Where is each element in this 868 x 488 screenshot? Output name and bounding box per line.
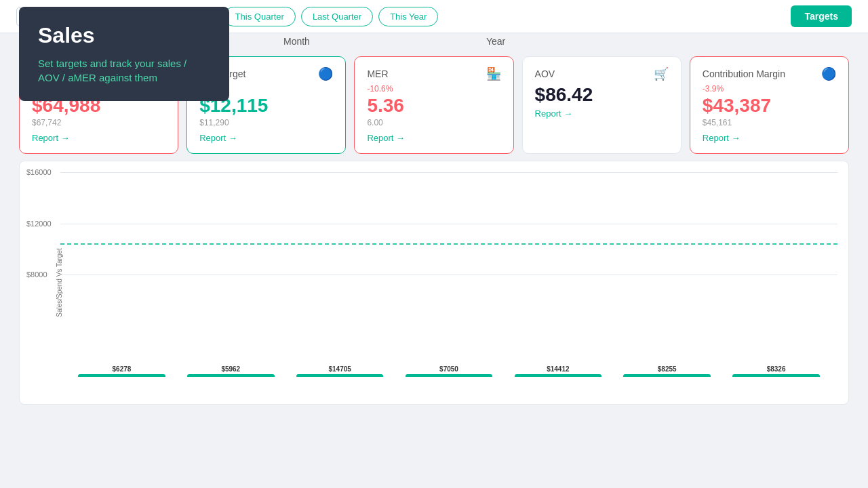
bar-4 xyxy=(515,374,602,377)
bar-3 xyxy=(406,374,493,377)
bar-group-6: $8326 xyxy=(722,365,831,377)
bar-label-top-6: $8326 xyxy=(767,365,786,373)
card-header-2: MER 🏪 xyxy=(367,66,500,81)
card-value-2: 5.36 xyxy=(367,95,500,117)
card-report-1[interactable]: Report → xyxy=(199,133,237,143)
grid-label: $8000 xyxy=(26,270,47,279)
card-sub-4: $45,161 xyxy=(703,118,836,127)
month-label: Month xyxy=(283,36,310,47)
year-label: Year xyxy=(486,36,505,47)
bar-1 xyxy=(187,374,275,377)
bar-2 xyxy=(296,374,384,377)
card-report-3[interactable]: Report → xyxy=(535,108,573,119)
bar-group-5: $8255 xyxy=(612,365,722,377)
bar-0 xyxy=(78,374,165,377)
card-change-4: -3.9% xyxy=(703,84,836,94)
bar-group-2: $14705 xyxy=(285,365,395,377)
bar-group-3: $7050 xyxy=(395,365,504,377)
bar-label-top-0: $6278 xyxy=(113,365,132,373)
card-value-3: $86.42 xyxy=(535,84,669,106)
bar-label-top-4: $14412 xyxy=(547,365,569,373)
bar-label-top-3: $7050 xyxy=(439,365,458,373)
bar-label-top-2: $14705 xyxy=(328,365,351,373)
grid-label: $16000 xyxy=(26,168,52,176)
card-report-4[interactable]: Report → xyxy=(703,133,741,143)
filter-this-year[interactable]: This Year xyxy=(378,7,438,26)
grid-label: $12000 xyxy=(26,220,52,228)
card-icon-2: 🏪 xyxy=(486,66,501,81)
card-sub-1: $11,290 xyxy=(199,118,333,127)
card-report-0[interactable]: Report → xyxy=(32,133,70,143)
card-4: Contribution Margin 🔵 -3.9% $43,387 $45,… xyxy=(690,56,849,154)
filter-this-quarter[interactable]: This Quarter xyxy=(224,7,296,26)
filter-last-quarter[interactable]: Last Quarter xyxy=(301,7,373,26)
bar-group-4: $14412 xyxy=(503,365,612,377)
bar-6 xyxy=(732,374,820,377)
bar-5 xyxy=(623,374,711,377)
tooltip-description: Set targets and track your sales / AOV /… xyxy=(38,56,210,85)
card-icon-4: 🔵 xyxy=(821,66,836,81)
chart-container: Sales/Spend Vs Target $16000 $12000 $800… xyxy=(19,161,849,405)
card-icon-1: 🔵 xyxy=(318,66,333,81)
card-title-2: MER xyxy=(367,68,388,79)
tooltip-title: Sales xyxy=(38,23,210,48)
chart-inner: $16000 $12000 $8000 $6278 $5962 $14705 $… xyxy=(60,172,837,397)
bar-group-0: $6278 xyxy=(67,365,176,377)
card-sub-0: $67,742 xyxy=(32,118,165,127)
card-report-2[interactable]: Report → xyxy=(367,133,405,143)
tooltip-panel: Sales Set targets and track your sales /… xyxy=(19,7,229,101)
target-line xyxy=(60,243,837,245)
targets-button[interactable]: Targets xyxy=(791,5,852,27)
card-title-3: AOV xyxy=(535,68,555,79)
bars-area: $6278 $5962 $14705 $7050 $14412 $8255 $8… xyxy=(60,172,837,377)
card-change-2: -10.6% xyxy=(367,84,500,94)
card-title-4: Contribution Margin xyxy=(703,68,785,79)
card-value-4: $43,387 xyxy=(703,95,836,117)
bar-group-1: $5962 xyxy=(176,365,285,377)
card-sub-2: 6.00 xyxy=(367,118,500,127)
card-icon-3: 🛒 xyxy=(654,66,669,81)
card-header-3: AOV 🛒 xyxy=(535,66,669,81)
card-2: MER 🏪 -10.6% 5.36 6.00 Report → xyxy=(354,56,513,154)
card-header-4: Contribution Margin 🔵 xyxy=(703,66,836,81)
card-3: AOV 🛒 $86.42 Report → xyxy=(522,56,682,154)
bar-label-top-5: $8255 xyxy=(658,365,677,373)
bar-label-top-1: $5962 xyxy=(221,365,240,373)
